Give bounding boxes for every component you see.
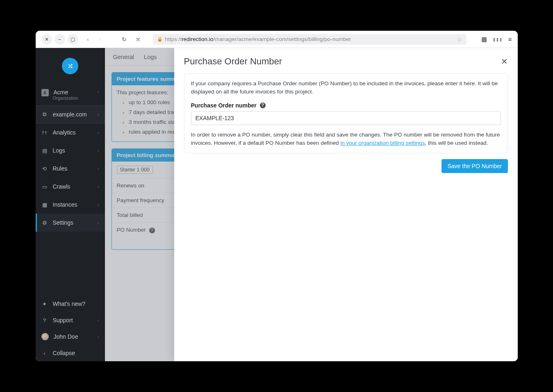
maximize-window-button[interactable]: ▢: [68, 34, 78, 45]
user-name-label: John Doe: [54, 333, 78, 340]
lock-icon: 🔒: [157, 36, 162, 42]
sidebar-item-settings[interactable]: ⚙ Settings ›: [36, 214, 105, 232]
gear-icon: ⚙: [41, 220, 48, 226]
project-icon: ⧉: [41, 111, 48, 118]
sidebar-item-instances[interactable]: ▦ Instances ›: [36, 196, 105, 214]
sidebar-item-label: Analytics: [53, 129, 76, 136]
chevron-left-icon: ‹: [41, 350, 48, 356]
forward-button[interactable]: ›: [96, 36, 103, 43]
shuffle-icon: ⤮: [62, 58, 78, 74]
sidebar-item-label: Instances: [53, 201, 77, 208]
sidebar-project[interactable]: ⧉ example.com ›: [36, 105, 105, 123]
sidebar-item-analytics[interactable]: ⫯⫯ Analytics ›: [36, 123, 105, 141]
nav-buttons: ‹ ›: [85, 36, 103, 43]
drawer-title: Purchase Order Number: [184, 56, 282, 67]
app-root: ⤮ A Acme › Organization ⧉ example.com › …: [36, 48, 518, 361]
sidebar-item-whatsnew[interactable]: ✦ What's new?: [36, 296, 105, 312]
sidebar-bottom: ✦ What's new? ? Support › John Doe › ‹ C…: [36, 296, 105, 361]
crawls-icon: ▭: [41, 184, 48, 190]
apps-icon[interactable]: ▦: [481, 36, 487, 43]
minimize-window-button[interactable]: –: [55, 34, 65, 45]
menu-icon[interactable]: ≡: [508, 36, 512, 43]
sidebar: ⤮ A Acme › Organization ⧉ example.com › …: [36, 48, 105, 361]
save-po-button[interactable]: Save the PO Number: [441, 159, 507, 173]
chevron-right-icon: ›: [98, 148, 99, 153]
po-form-card: If your company requires a Purchase Orde…: [184, 73, 508, 153]
chevron-right-icon: ›: [98, 112, 99, 117]
org-avatar: A: [41, 89, 49, 96]
help-icon[interactable]: ?: [260, 103, 266, 108]
library-icon[interactable]: ⫾⫾⫾: [493, 36, 503, 43]
reader-mode-button[interactable]: ⤲: [136, 36, 146, 43]
sparkle-icon: ✦: [41, 301, 48, 307]
url-text: https://redirection.io/manager/acme/exam…: [165, 36, 351, 42]
sidebar-item-label: What's new?: [53, 301, 86, 307]
chevron-right-icon: ›: [98, 89, 99, 94]
sidebar-item-logs[interactable]: ▤ Logs ›: [36, 141, 105, 160]
close-icon[interactable]: ✕: [501, 57, 508, 66]
collapse-label: Collapse: [53, 350, 75, 356]
po-field-label: Purchase Order number ?: [191, 102, 501, 109]
browser-window: ✕ – ▢ ‹ › ↻ ⤲ 🔒 https://redirection.io/m…: [36, 31, 518, 361]
org-name: Acme: [54, 89, 68, 96]
sidebar-collapse[interactable]: ‹ Collapse: [36, 345, 105, 361]
close-window-button[interactable]: ✕: [41, 34, 52, 45]
sidebar-item-crawls[interactable]: ▭ Crawls ›: [36, 178, 105, 196]
main-content: General Logs Project features summary Th…: [105, 48, 518, 361]
po-hint: In order to remove a PO number, simply c…: [191, 131, 501, 148]
po-number-drawer: Purchase Order Number ✕ If your company …: [174, 48, 518, 361]
chevron-right-icon: ›: [98, 318, 99, 323]
sidebar-item-label: Crawls: [53, 183, 71, 190]
po-description: If your company requires a Purchase Orde…: [191, 80, 501, 96]
chevron-right-icon: ›: [98, 130, 99, 135]
reload-button[interactable]: ↻: [122, 36, 130, 43]
address-bar[interactable]: 🔒 https://redirection.io/manager/acme/ex…: [153, 34, 467, 45]
back-button[interactable]: ‹: [85, 36, 91, 43]
sidebar-item-label: Support: [53, 317, 73, 324]
drawer-header: Purchase Order Number ✕: [184, 56, 508, 67]
org-sublabel: Organization: [53, 96, 78, 100]
bookmark-star-icon[interactable]: ☆: [457, 36, 462, 43]
chevron-right-icon: ›: [98, 184, 99, 189]
sidebar-item-label: Rules: [53, 165, 68, 172]
chevron-right-icon: ›: [98, 202, 99, 207]
browser-chrome: ✕ – ▢ ‹ › ↻ ⤲ 🔒 https://redirection.io/m…: [36, 31, 518, 48]
po-number-input[interactable]: [191, 111, 501, 125]
sidebar-item-label: Logs: [53, 147, 65, 154]
instances-icon: ▦: [41, 202, 48, 208]
chevron-right-icon: ›: [98, 166, 99, 171]
browser-toolbar-right: ▦ ⫾⫾⫾ ≡: [481, 36, 512, 43]
analytics-icon: ⫯⫯: [41, 130, 48, 136]
logs-icon: ▤: [41, 148, 48, 154]
sidebar-item-rules[interactable]: ⟲ Rules ›: [36, 160, 105, 178]
rules-icon: ⟲: [41, 166, 48, 172]
chevron-right-icon: ›: [98, 334, 99, 339]
project-name: example.com: [53, 111, 87, 118]
sidebar-org[interactable]: A Acme › Organization: [36, 84, 105, 105]
chevron-right-icon: ›: [98, 220, 99, 225]
help-icon: ?: [41, 317, 48, 324]
sidebar-item-label: Settings: [53, 219, 74, 226]
user-avatar: [41, 333, 49, 340]
org-billing-settings-link[interactable]: in your organization billing settings: [340, 140, 425, 146]
sidebar-item-support[interactable]: ? Support ›: [36, 312, 105, 328]
sidebar-item-user[interactable]: John Doe ›: [36, 328, 105, 345]
window-controls: ✕ – ▢: [41, 34, 78, 45]
app-logo[interactable]: ⤮: [36, 48, 105, 84]
drawer-actions: Save the PO Number: [184, 159, 508, 173]
